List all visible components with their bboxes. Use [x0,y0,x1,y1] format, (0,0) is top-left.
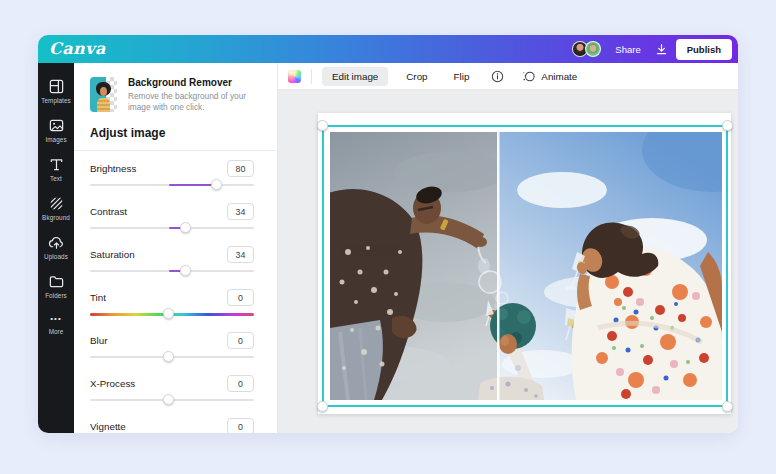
resize-handle-top-right[interactable] [722,120,733,131]
sidebar: Templates Images Text Bkground Uploads F… [38,63,74,433]
sidebar-item-background[interactable]: Bkground [38,192,74,224]
slider-label: Vignette [90,421,126,432]
header-actions: Share Publish [572,39,732,60]
slider-brightness: Brightness 80 [90,160,254,190]
adjust-image-heading: Adjust image [74,113,277,150]
split-divider-line [497,132,500,400]
more-icon: ••• [50,312,61,326]
slider-track[interactable] [90,308,254,319]
sidebar-item-more[interactable]: ••• More [38,309,74,338]
sidebar-item-label: Folders [45,292,67,299]
slider-label: Saturation [90,249,135,260]
images-icon [48,117,65,134]
templates-icon [48,78,65,95]
slider-value-input[interactable]: 34 [227,203,254,220]
slider-saturation: Saturation 34 [90,246,254,276]
animate-icon [522,70,536,83]
slider-thumb[interactable] [163,394,174,405]
background-icon [48,195,65,212]
adjust-sliders: Brightness 80 Contrast 34 [74,151,277,433]
background-remover-title: Background Remover [128,77,261,88]
avatar[interactable] [585,41,601,57]
photo-before-after[interactable] [330,132,722,400]
canvas-area[interactable] [278,90,738,433]
sidebar-item-label: Text [50,175,62,182]
canvas-toolbar: Edit image Crop Flip Animate [278,63,738,90]
slider-label: Blur [90,335,107,346]
sidebar-item-label: Uploads [44,253,68,260]
slider-thumb[interactable] [180,222,191,233]
crop-button[interactable]: Crop [398,67,435,86]
flip-button[interactable]: Flip [446,67,478,86]
sidebar-item-label: More [49,328,64,335]
slider-track[interactable] [90,265,254,276]
slider-value-input[interactable]: 34 [227,246,254,263]
slider-thumb[interactable] [180,265,191,276]
app-header: Canva Share Publish [38,35,738,63]
slider-track[interactable] [90,179,254,190]
slider-contrast: Contrast 34 [90,203,254,233]
slider-thumb[interactable] [163,308,174,319]
slider-tint: Tint 0 [90,289,254,319]
info-icon[interactable] [487,70,508,83]
text-icon [48,156,65,173]
background-remover-thumbnail [90,77,117,112]
slider-value-input[interactable]: 80 [227,160,254,177]
sidebar-item-label: Templates [41,97,71,104]
sidebar-item-images[interactable]: Images [38,114,74,146]
slider-fill [169,184,217,186]
edit-image-panel: Background Remover Remove the background… [74,63,278,433]
slider-value-input[interactable]: 0 [227,418,254,433]
slider-value-input[interactable]: 0 [227,332,254,349]
resize-handle-bottom-left[interactable] [317,401,328,412]
slider-track[interactable] [90,351,254,362]
slider-track[interactable] [90,394,254,405]
share-button[interactable]: Share [609,41,646,58]
publish-button[interactable]: Publish [676,39,732,60]
folders-icon [48,273,65,290]
slider-vignette: Vignette 0 [90,418,254,433]
design-page[interactable] [318,113,731,414]
toolbar-divider [311,69,312,84]
slider-label: X-Process [90,378,135,389]
uploads-icon [48,234,65,251]
slider-track[interactable] [90,222,254,233]
sidebar-item-label: Bkground [42,214,70,221]
slider-label: Tint [90,292,106,303]
slider-label: Contrast [90,206,127,217]
canva-logo: Canva [49,41,106,57]
slider-x-process: X-Process 0 [90,375,254,405]
collaborator-avatars [572,41,601,57]
animate-button[interactable]: Animate [518,70,581,83]
slider-label: Brightness [90,163,136,174]
background-remover-description: Remove the background of your image with… [128,91,261,113]
canva-app-window: Canva Share Publish Templates Images [38,35,738,433]
download-icon[interactable] [655,43,668,56]
slider-blur: Blur 0 [90,332,254,362]
sidebar-item-uploads[interactable]: Uploads [38,231,74,263]
color-picker-icon[interactable] [288,70,301,83]
slider-thumb[interactable] [211,179,222,190]
animate-label: Animate [541,71,577,82]
slider-value-input[interactable]: 0 [227,289,254,306]
canvas-column: Edit image Crop Flip Animate [278,63,738,433]
slider-thumb[interactable] [163,351,174,362]
slider-value-input[interactable]: 0 [227,375,254,392]
edit-image-button[interactable]: Edit image [322,67,388,86]
sidebar-item-templates[interactable]: Templates [38,75,74,107]
resize-handle-top-left[interactable] [317,120,328,131]
sidebar-item-text[interactable]: Text [38,153,74,185]
resize-handle-bottom-right[interactable] [722,401,733,412]
sidebar-item-label: Images [45,136,66,143]
background-remover-card[interactable]: Background Remover Remove the background… [74,77,277,113]
sidebar-item-folders[interactable]: Folders [38,270,74,302]
